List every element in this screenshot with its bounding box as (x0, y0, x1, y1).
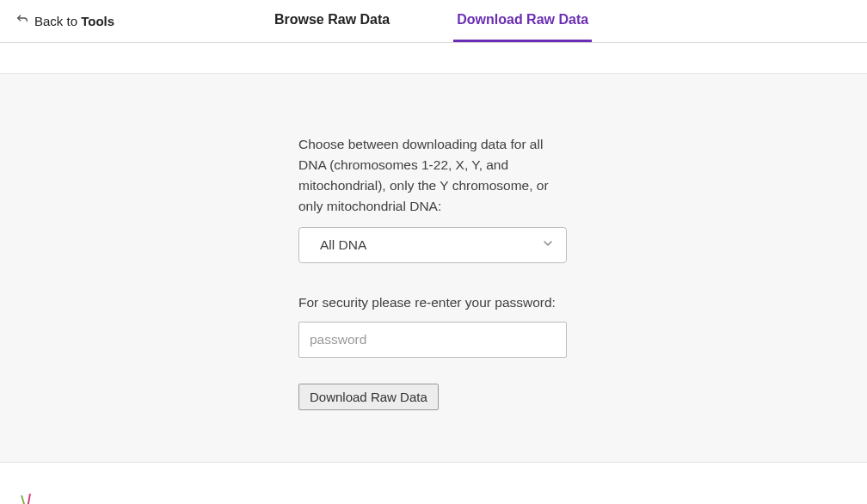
tab-browse-raw-data[interactable]: Browse Raw Data (271, 0, 393, 42)
dna-type-select-value: All DNA (320, 237, 366, 253)
main-panel: Choose between downloading data for all … (0, 74, 867, 463)
download-raw-data-button[interactable]: Download Raw Data (298, 384, 439, 410)
footer: 23andMe Receive $20 when you refer famil… (0, 463, 867, 504)
back-link-text: Back to Tools (34, 14, 114, 28)
tab-bar: Browse Raw Data Download Raw Data (114, 0, 748, 42)
back-arrow-icon (15, 13, 29, 29)
logo-mark-icon (15, 492, 36, 504)
dna-choice-description: Choose between downloading data for all … (298, 134, 567, 217)
password-label: For security please re-enter your passwo… (298, 292, 567, 313)
dna-type-select-wrap: All DNA (298, 227, 567, 263)
top-nav: Back to Tools Browse Raw Data Download R… (0, 0, 867, 43)
dna-type-select[interactable]: All DNA (298, 227, 567, 263)
password-input[interactable] (298, 322, 567, 358)
content-gap (0, 43, 867, 74)
brand-logo[interactable]: 23andMe (15, 492, 93, 504)
download-form: Choose between downloading data for all … (298, 134, 567, 410)
tab-download-raw-data[interactable]: Download Raw Data (453, 0, 592, 42)
back-to-tools-link[interactable]: Back to Tools (15, 13, 114, 29)
